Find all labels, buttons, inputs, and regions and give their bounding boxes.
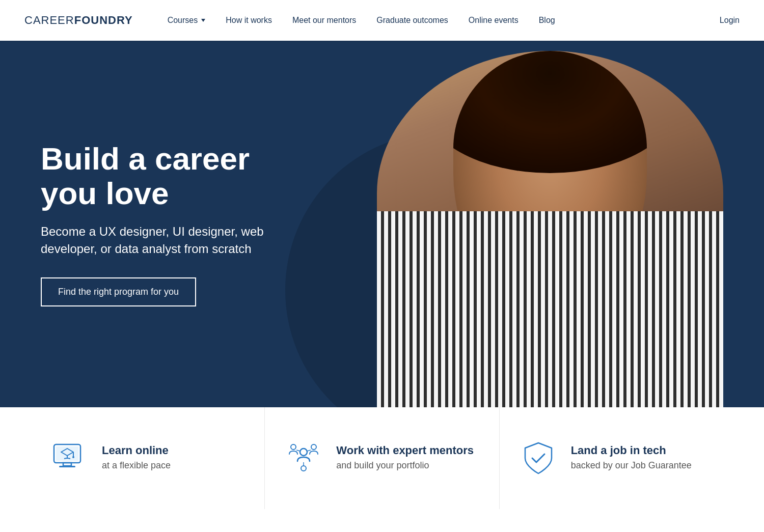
feature-mentor-desc: and build your portfolio: [336, 459, 474, 472]
hero-title: Build a career you love: [41, 142, 275, 211]
logo-foundry: FOUNDRY: [74, 14, 133, 27]
svg-rect-3: [59, 466, 75, 467]
nav-login[interactable]: Login: [720, 16, 740, 25]
monitor-graduation-icon: [51, 440, 88, 477]
svg-point-9: [291, 444, 296, 450]
feature-job: Land a job in tech backed by our Job Gua…: [499, 407, 733, 509]
hero-person-image: [306, 41, 764, 407]
feature-learn-online: Learn online at a flexible pace: [31, 407, 264, 509]
svg-rect-2: [63, 463, 71, 466]
feature-mentors: Work with expert mentors and build your …: [264, 407, 499, 509]
svg-point-13: [301, 466, 306, 471]
hero-content: Build a career you love Become a UX desi…: [0, 142, 316, 307]
shield-check-icon: [520, 440, 557, 477]
chevron-down-icon: [201, 19, 205, 22]
nav-outcomes[interactable]: Graduate outcomes: [366, 0, 458, 41]
nav-events[interactable]: Online events: [458, 0, 529, 41]
feature-job-desc: backed by our Job Guarantee: [571, 459, 692, 472]
people-network-icon: [285, 440, 322, 477]
svg-line-12: [307, 450, 311, 451]
logo-career: CAREER: [24, 14, 74, 27]
svg-point-6: [72, 456, 74, 458]
feature-learn-desc: at a flexible pace: [102, 459, 171, 472]
feature-mentor-title: Work with expert mentors: [336, 444, 474, 457]
nav-blog[interactable]: Blog: [529, 0, 565, 41]
feature-job-title: Land a job in tech: [571, 444, 692, 457]
hero-cta-button[interactable]: Find the right program for you: [41, 277, 196, 306]
nav-how-it-works[interactable]: How it works: [215, 0, 282, 41]
feature-learn-title: Learn online: [102, 444, 171, 457]
nav-mentors[interactable]: Meet our mentors: [282, 0, 366, 41]
nav-courses[interactable]: Courses: [157, 0, 216, 41]
svg-point-10: [311, 444, 316, 450]
hero-subtitle: Become a UX designer, UI designer, web d…: [41, 223, 275, 257]
nav-links: Courses How it works Meet our mentors Gr…: [157, 0, 720, 41]
svg-point-8: [300, 449, 307, 456]
navigation: CAREER FOUNDRY Courses How it works Meet…: [0, 0, 764, 41]
svg-line-11: [296, 450, 300, 451]
logo-link[interactable]: CAREER FOUNDRY: [24, 14, 133, 27]
hero-section: Build a career you love Become a UX desi…: [0, 41, 764, 407]
features-bar: Learn online at a flexible pace: [0, 407, 764, 509]
